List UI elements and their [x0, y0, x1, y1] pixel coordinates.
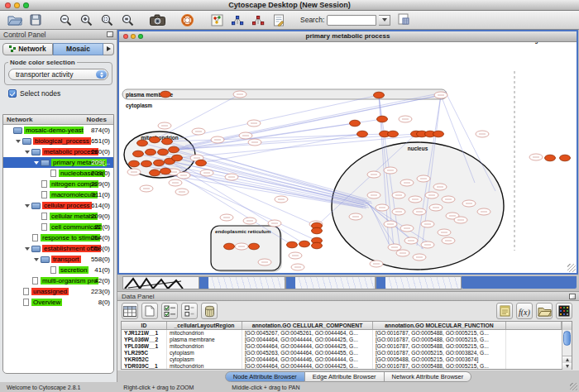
open-file-button[interactable]	[7, 12, 23, 28]
node-highlighted[interactable]	[158, 149, 169, 155]
tree-row[interactable]: unassigned223(0)	[3, 286, 113, 297]
attribute-matrix-button[interactable]	[556, 303, 572, 319]
tab-node-attribute-browser[interactable]: Node Attribute Browser	[225, 371, 305, 382]
tree-row[interactable]: secretion41(0)	[3, 265, 113, 275]
node-highlighted[interactable]	[160, 91, 171, 98]
node-highlighted[interactable]	[249, 243, 260, 250]
table-row[interactable]: YLR295Ccytoplasm[GO:0045263, GO:0044464,…	[122, 350, 562, 356]
table-row[interactable]: YJR121W__1mitochondrion[GO:0045267, GO:0…	[122, 330, 562, 337]
table-row[interactable]: YPL036W__1mitochondrion[GO:0044464, GO:0…	[122, 343, 562, 350]
node-highlighted[interactable]	[196, 160, 207, 166]
node-highlighted[interactable]	[357, 131, 368, 137]
node-highlighted[interactable]	[350, 120, 361, 127]
tab-mosaic[interactable]: Mosaic	[53, 43, 103, 55]
scrollbar-thumb[interactable]	[563, 331, 571, 346]
disclosure-icon[interactable]	[16, 140, 21, 143]
annotation-button[interactable]	[270, 12, 287, 28]
column-header[interactable]: annotation.GO MOLECULAR_FUNCTION	[373, 322, 506, 329]
tab-network[interactable]: Network	[2, 43, 53, 55]
column-header[interactable]: ID	[122, 322, 167, 329]
tree-row[interactable]: cellular metabo209(0)	[3, 211, 113, 222]
node-highlighted[interactable]	[129, 160, 140, 167]
network-canvas[interactable]: plasma membranecytoplasmmitochondrionnuc…	[119, 42, 577, 273]
node-highlighted[interactable]	[150, 136, 160, 143]
snapshot-camera-button[interactable]	[149, 12, 165, 28]
column-header[interactable]: annotation.GO CELLULAR_COMPONENT	[242, 322, 373, 329]
tree-row[interactable]: Overview8(0)	[3, 297, 113, 308]
zoom-out-button[interactable]	[57, 12, 74, 28]
node-highlighted[interactable]	[312, 242, 323, 249]
network-window-titlebar[interactable]: primary metabolic process	[119, 31, 577, 42]
node-color-select[interactable]: transporter activity	[8, 69, 108, 80]
node-highlighted[interactable]	[172, 155, 183, 161]
import-attributes-button[interactable]	[536, 303, 553, 319]
select-nodes-mode-button[interactable]	[229, 12, 246, 28]
select-attributes-button[interactable]	[161, 303, 178, 319]
tree-row[interactable]: cellular process614(0)	[3, 200, 113, 211]
tab-scroll-right-button[interactable]	[103, 43, 114, 55]
node-highlighted[interactable]	[377, 116, 388, 122]
app-resize-grip[interactable]	[570, 383, 577, 390]
edge[interactable]	[170, 161, 317, 226]
unselect-attributes-button[interactable]	[181, 303, 198, 319]
table-corner-button[interactable]	[562, 322, 572, 330]
node-highlighted[interactable]	[137, 140, 148, 146]
column-header[interactable]	[506, 322, 562, 329]
zoom-in-button[interactable]	[78, 12, 94, 28]
tree-row[interactable]: cell communicati22(0)	[3, 222, 113, 232]
attribute-table-button[interactable]	[122, 303, 138, 319]
scroll-down-button[interactable]	[562, 363, 572, 370]
tab-edge-attribute-browser[interactable]: Edge Attribute Browser	[305, 371, 385, 382]
tree-row[interactable]: transport558(0)	[3, 254, 113, 265]
float-panel-icon[interactable]	[107, 31, 113, 37]
table-row[interactable]: YKR052Ccytoplasm[GO:0044464, GO:0044446,…	[122, 356, 562, 363]
node-highlighted[interactable]	[169, 146, 179, 153]
zoom-selected-region-button[interactable]	[98, 12, 115, 28]
node-highlighted[interactable]	[299, 241, 310, 247]
select-edges-mode-button[interactable]	[250, 12, 266, 28]
new-attribute-button[interactable]	[141, 303, 158, 319]
background-window-overview[interactable]	[122, 276, 200, 289]
save-session-button[interactable]	[27, 12, 44, 28]
background-window-2[interactable]	[285, 276, 376, 289]
disclosure-icon[interactable]	[34, 258, 39, 261]
node-highlighted[interactable]	[150, 170, 160, 176]
tree-row[interactable]: multi-organism pro42(0)	[3, 275, 113, 286]
zoom-fit-button[interactable]	[119, 12, 136, 28]
layout-diagram-button[interactable]	[208, 12, 225, 28]
advanced-search-button[interactable]	[398, 13, 409, 26]
tree-row[interactable]: metabolic process280(0)	[3, 146, 113, 157]
tree-header[interactable]: Network Nodes	[3, 115, 113, 125]
node-highlighted[interactable]	[287, 241, 298, 248]
table-row[interactable]: YDR039C__1mitochondrion[GO:0044464, GO:0…	[122, 363, 562, 369]
disclosure-icon[interactable]	[25, 151, 30, 154]
node-highlighted[interactable]	[154, 160, 165, 166]
table-scrollbar[interactable]	[562, 330, 572, 369]
node-highlighted[interactable]	[545, 155, 556, 161]
tree-row[interactable]: response to stimulu264(0)	[3, 232, 113, 243]
tree-row[interactable]: nitrogen compo209(0)	[3, 179, 113, 189]
tree-row[interactable]: mosaic-demo-yeast874(0)	[3, 125, 113, 136]
help-ring-button[interactable]	[179, 12, 195, 28]
delete-attribute-button[interactable]	[201, 303, 218, 319]
node-highlighted[interactable]	[133, 151, 144, 157]
select-nodes-checkbox[interactable]	[8, 89, 17, 98]
tree-row[interactable]: nucleobase-co209(0)	[3, 168, 113, 179]
disclosure-icon[interactable]	[25, 204, 30, 208]
node-highlighted[interactable]	[162, 138, 173, 145]
window-resize-grip[interactable]	[567, 264, 576, 272]
node-highlighted[interactable]	[141, 160, 152, 167]
node-highlighted[interactable]	[433, 131, 444, 137]
function-builder-button[interactable]: f(x)	[516, 303, 533, 319]
column-header[interactable]: _cellularLayoutRegion	[167, 322, 242, 329]
node-highlighted[interactable]	[388, 131, 399, 137]
search-dropdown-button[interactable]	[379, 15, 390, 26]
tree-row[interactable]: macromolecule311(0)	[3, 189, 113, 200]
node-highlighted[interactable]	[560, 155, 571, 161]
table-row[interactable]: YPL036W__2plasma membrane[GO:0044464, GO…	[122, 337, 562, 343]
float-panel-icon[interactable]	[569, 294, 576, 299]
tab-network-attribute-browser[interactable]: Network Attribute Browser	[385, 371, 472, 382]
node-highlighted[interactable]	[224, 243, 235, 250]
tree-row[interactable]: biological_process651(0)	[3, 136, 113, 146]
background-window-3[interactable]	[376, 276, 462, 289]
